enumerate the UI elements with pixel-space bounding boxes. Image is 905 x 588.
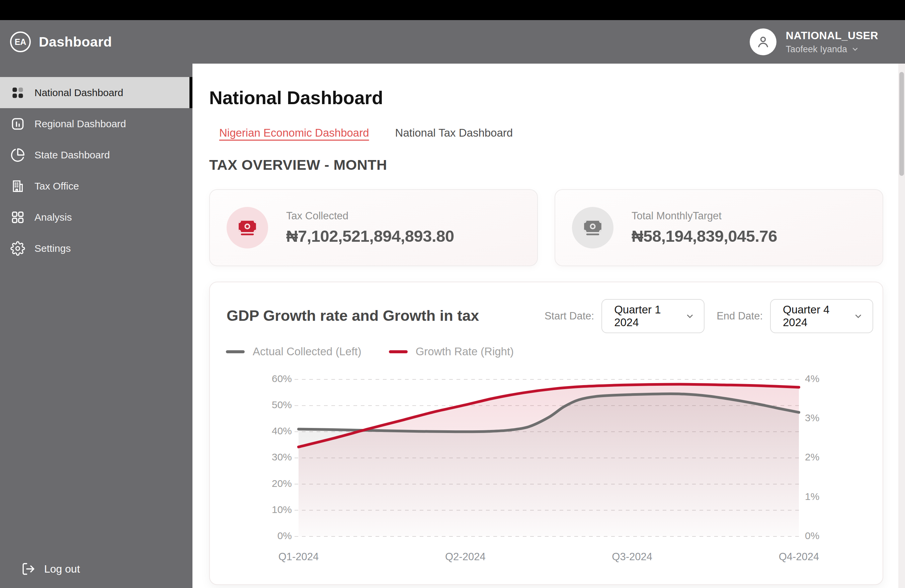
stat-card-monthly-target: Total MonthlyTarget ₦58,194,839,045.76 xyxy=(554,189,883,266)
sidebar-item-label: State Dashboard xyxy=(35,149,110,161)
legend-item-actual-collected: Actual Collected (Left) xyxy=(226,345,362,358)
app-title: Dashboard xyxy=(39,34,112,50)
svg-text:Q4-2024: Q4-2024 xyxy=(779,551,819,563)
user-menu[interactable]: NATIONAL_USER Taofeek Iyanda xyxy=(750,29,878,55)
sidebar-item-settings[interactable]: Settings xyxy=(0,233,192,264)
svg-text:1%: 1% xyxy=(805,491,819,502)
logout-label: Log out xyxy=(44,563,80,575)
svg-text:Q3-2024: Q3-2024 xyxy=(612,551,652,563)
stat-card-tax-collected: Tax Collected ₦7,102,521,894,893.80 xyxy=(209,189,538,266)
grid-filled-icon xyxy=(10,85,25,100)
sidebar-item-tax-office[interactable]: Tax Office xyxy=(0,170,192,202)
chart-legend: Actual Collected (Left) Growth Rate (Rig… xyxy=(226,345,514,358)
sidebar-item-analysis[interactable]: Analysis xyxy=(0,202,192,233)
svg-text:Q1-2024: Q1-2024 xyxy=(278,551,319,563)
user-name: Taofeek Iyanda xyxy=(786,44,847,55)
money-icon-circle xyxy=(227,207,268,248)
legend-label: Growth Rate (Right) xyxy=(416,345,514,358)
user-texts: NATIONAL_USER Taofeek Iyanda xyxy=(786,29,878,55)
svg-text:0%: 0% xyxy=(805,530,819,541)
svg-text:3%: 3% xyxy=(805,412,819,423)
page-scrollbar[interactable] xyxy=(898,64,905,588)
sidebar-item-label: Settings xyxy=(35,243,71,254)
user-role: NATIONAL_USER xyxy=(786,29,878,42)
gdp-growth-line-chart: 0%10%20%30%40%50%60%0%1%2%3%4%Q1-2024Q2-… xyxy=(210,364,884,572)
main-content: National Dashboard Nigerian Economic Das… xyxy=(192,64,905,588)
svg-text:30%: 30% xyxy=(272,451,292,462)
chart-card: GDP Growth rate and Growth in tax Start … xyxy=(209,281,883,585)
user-icon xyxy=(756,34,771,49)
stat-label: Total MonthlyTarget xyxy=(632,210,777,222)
legend-swatch-gray xyxy=(226,350,245,353)
bar-chart-panel-icon xyxy=(10,116,25,132)
stat-label: Tax Collected xyxy=(286,210,454,222)
stat-cards: Tax Collected ₦7,102,521,894,893.80 xyxy=(209,189,883,266)
svg-text:Q2-2024: Q2-2024 xyxy=(445,551,486,563)
svg-text:20%: 20% xyxy=(272,478,292,489)
pie-chart-icon xyxy=(10,147,25,163)
sidebar-item-label: Tax Office xyxy=(35,181,79,192)
sidebar-item-state-dashboard[interactable]: State Dashboard xyxy=(0,139,192,170)
tab-national-tax-dashboard[interactable]: National Tax Dashboard xyxy=(395,127,513,139)
chevron-down-icon xyxy=(685,311,695,321)
sidebar-item-regional-dashboard[interactable]: Regional Dashboard xyxy=(0,108,192,139)
money-icon-circle xyxy=(572,207,613,248)
svg-text:10%: 10% xyxy=(272,504,292,515)
app-header: EA Dashboard NATIONAL_USER Taofeek Iyand… xyxy=(0,20,905,64)
logout-icon xyxy=(21,562,35,576)
sidebar-item-national-dashboard[interactable]: National Dashboard xyxy=(0,77,192,108)
svg-text:2%: 2% xyxy=(805,451,819,462)
money-icon xyxy=(237,217,258,238)
svg-text:4%: 4% xyxy=(805,373,819,384)
money-icon xyxy=(583,217,603,238)
chart-title: GDP Growth rate and Growth in tax xyxy=(227,307,479,324)
gear-icon xyxy=(10,241,25,256)
end-date-label: End Date: xyxy=(716,310,763,322)
building-icon xyxy=(10,178,25,194)
sidebar-item-label: National Dashboard xyxy=(35,87,123,99)
legend-label: Actual Collected (Left) xyxy=(253,345,362,358)
svg-text:0%: 0% xyxy=(278,530,292,541)
section-title: TAX OVERVIEW - MONTH xyxy=(209,157,905,173)
tab-nigerian-economic-dashboard[interactable]: Nigerian Economic Dashboard xyxy=(219,127,369,139)
svg-text:60%: 60% xyxy=(272,373,292,384)
scrollbar-thumb[interactable] xyxy=(899,72,904,176)
sidebar-nav: National Dashboard Regional Dashboard xyxy=(0,64,192,264)
sidebar-item-label: Analysis xyxy=(35,211,72,223)
logout-button[interactable]: Log out xyxy=(21,562,80,576)
sidebar: National Dashboard Regional Dashboard xyxy=(0,64,192,588)
chevron-down-icon xyxy=(853,311,863,321)
avatar[interactable] xyxy=(750,29,776,55)
legend-item-growth-rate: Growth Rate (Right) xyxy=(389,345,514,358)
stat-value: ₦58,194,839,045.76 xyxy=(632,227,777,245)
svg-text:40%: 40% xyxy=(272,425,292,436)
app-logo: EA xyxy=(10,32,31,52)
start-date-label: Start Date: xyxy=(545,310,594,322)
sidebar-item-label: Regional Dashboard xyxy=(35,118,126,130)
tabs: Nigerian Economic Dashboard National Tax… xyxy=(209,127,905,139)
chevron-down-icon[interactable] xyxy=(851,45,859,53)
top-black-bar xyxy=(0,0,905,20)
grid-outline-icon xyxy=(10,210,25,225)
legend-swatch-red xyxy=(389,350,408,353)
svg-text:50%: 50% xyxy=(272,399,292,410)
end-date-select[interactable]: Quarter 4 2024 xyxy=(770,299,873,333)
start-date-select[interactable]: Quarter 1 2024 xyxy=(602,299,705,333)
stat-value: ₦7,102,521,894,893.80 xyxy=(286,227,454,245)
page-title: National Dashboard xyxy=(209,64,905,108)
chart-date-controls: Start Date: Quarter 1 2024 End Date: Qua… xyxy=(545,299,873,333)
